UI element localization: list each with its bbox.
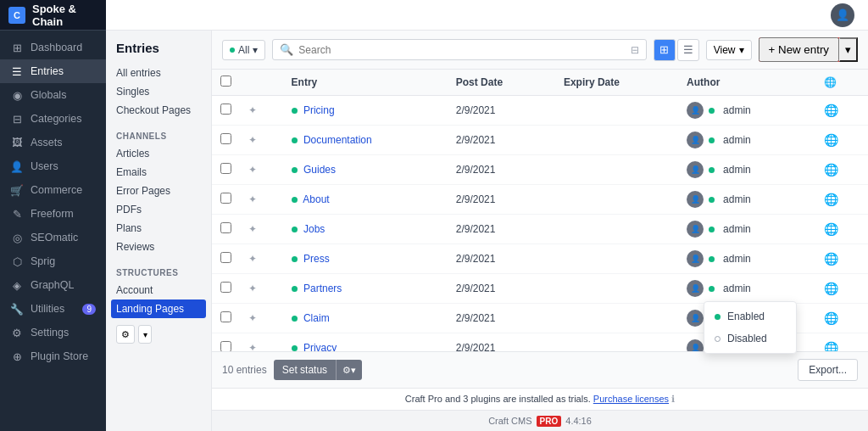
info-icon: ℹ <box>671 394 675 404</box>
drag-handle[interactable]: ✦ <box>248 312 257 324</box>
left-panel-link-reviews[interactable]: Reviews <box>106 238 211 256</box>
channels-section: CHANNELS Articles Emails Error Pages PDF… <box>106 128 211 256</box>
app-logo[interactable]: C Spoke & Chain <box>0 0 106 31</box>
drag-handle[interactable]: ✦ <box>248 104 257 116</box>
sidebar-item-graphql[interactable]: ◈ GraphQL <box>0 273 106 297</box>
globe-icon[interactable]: 🌐 <box>824 163 838 176</box>
chevron-down-button[interactable]: ▾ <box>138 325 152 344</box>
entry-link[interactable]: Pricing <box>303 104 335 116</box>
filter-all-button[interactable]: All ▾ <box>222 40 265 60</box>
sidebar-item-dashboard[interactable]: ⊞ Dashboard <box>0 36 106 59</box>
filter-funnel-icon[interactable]: ⊟ <box>631 44 639 56</box>
new-entry-arrow-button[interactable]: ▾ <box>839 37 858 62</box>
globe-icon[interactable]: 🌐 <box>824 252 838 266</box>
drag-handle[interactable]: ✦ <box>248 253 257 265</box>
status-disabled-option[interactable]: Disabled <box>704 327 796 350</box>
globe-icon[interactable]: 🌐 <box>824 104 838 117</box>
sidebar-item-categories[interactable]: ⊟ Categories <box>0 107 106 131</box>
globe-icon[interactable]: 🌐 <box>824 222 838 236</box>
sidebar-item-label: Globals <box>31 89 66 101</box>
left-panel-link-emails[interactable]: Emails <box>106 163 211 182</box>
globe-icon[interactable]: 🌐 <box>824 311 838 325</box>
sidebar-item-globals[interactable]: ◉ Globals <box>0 83 106 107</box>
grid-view-button[interactable]: ⊞ <box>654 39 676 61</box>
entry-link[interactable]: Jobs <box>303 223 325 235</box>
set-status-arrow-button[interactable]: ⚙▾ <box>336 360 362 380</box>
entry-link[interactable]: Guides <box>303 164 336 176</box>
trial-text: Craft Pro and 3 plugins are installed as… <box>405 394 591 404</box>
sidebar-item-label: Commerce <box>31 184 82 196</box>
set-status-button[interactable]: Set status <box>274 360 336 380</box>
sidebar-nav: ⊞ Dashboard ☰ Entries ◉ Globals ⊟ Catego… <box>0 31 106 431</box>
list-view-button[interactable]: ☰ <box>677 39 699 61</box>
select-all-checkbox[interactable] <box>220 76 231 87</box>
sidebar-item-settings[interactable]: ⚙ Settings <box>0 321 106 344</box>
new-entry-main-button[interactable]: + New entry <box>759 37 839 62</box>
globe-cell: 🌐 <box>815 126 868 155</box>
left-panel-link-error-pages[interactable]: Error Pages <box>106 182 211 200</box>
sidebar-item-commerce[interactable]: 🛒 Commerce <box>0 178 106 202</box>
left-panel-link-checkout-pages[interactable]: Checkout Pages <box>106 101 211 120</box>
status-enabled-option[interactable]: Enabled <box>704 305 796 327</box>
sidebar-item-utilities[interactable]: 🔧 Utilities 9 <box>0 297 106 321</box>
sidebar-item-label: Assets <box>31 137 63 148</box>
row-checkbox[interactable] <box>220 163 231 174</box>
left-panel-link-all-entries[interactable]: All entries <box>106 64 211 82</box>
drag-handle[interactable]: ✦ <box>248 134 257 146</box>
globe-icon[interactable]: 🌐 <box>824 341 838 351</box>
row-checkbox[interactable] <box>220 341 231 351</box>
row-checkbox[interactable] <box>220 193 231 204</box>
drag-handle[interactable]: ✦ <box>248 283 257 294</box>
entry-link[interactable]: Privacy <box>303 342 337 351</box>
pro-badge: PRO <box>537 416 562 427</box>
sidebar-item-entries[interactable]: ☰ Entries <box>0 59 106 83</box>
globe-icon[interactable]: 🌐 <box>824 282 838 295</box>
entry-link[interactable]: Documentation <box>303 134 372 146</box>
drag-handle[interactable]: ✦ <box>248 223 257 235</box>
drag-cell: ✦ <box>240 333 283 352</box>
globe-icon[interactable]: 🌐 <box>824 133 838 147</box>
sidebar-item-users[interactable]: 👤 Users <box>0 154 106 178</box>
drag-handle[interactable]: ✦ <box>248 193 257 205</box>
left-panel-link-plans[interactable]: Plans <box>106 219 211 238</box>
user-avatar[interactable]: 👤 <box>831 3 854 27</box>
sidebar-item-sprig[interactable]: ⬡ Sprig <box>0 249 106 273</box>
author-avatar: 👤 <box>687 161 704 178</box>
entry-link[interactable]: About <box>303 193 329 205</box>
drag-handle[interactable]: ✦ <box>248 342 257 351</box>
export-button[interactable]: Export... <box>798 359 858 381</box>
row-checkbox[interactable] <box>220 104 231 115</box>
left-panel-link-singles[interactable]: Singles <box>106 82 211 101</box>
sidebar-item-seomatic[interactable]: ◎ SEOmatic <box>0 226 106 249</box>
row-checkbox[interactable] <box>220 311 231 322</box>
sidebar-item-freeform[interactable]: ✎ Freeform <box>0 202 106 226</box>
purchase-link[interactable]: Purchase licenses <box>593 394 669 404</box>
globe-icon[interactable]: 🌐 <box>824 193 838 206</box>
sidebar-item-assets[interactable]: 🖼 Assets <box>0 131 106 154</box>
row-checkbox[interactable] <box>220 282 231 293</box>
entry-link[interactable]: Claim <box>303 312 330 324</box>
row-checkbox[interactable] <box>220 252 231 263</box>
view-select-button[interactable]: View ▾ <box>706 40 752 60</box>
entry-link[interactable]: Press <box>303 253 330 265</box>
table-row: ✦ Guides 2/9/2021 👤 admin 🌐 <box>212 155 868 185</box>
row-checkbox[interactable] <box>220 222 231 233</box>
channels-title: CHANNELS <box>106 128 211 144</box>
gear-button[interactable]: ⚙ <box>116 325 135 344</box>
left-panel-link-articles[interactable]: Articles <box>106 144 211 163</box>
sidebar-item-plugin-store[interactable]: ⊕ Plugin Store <box>0 344 106 368</box>
sidebar-item-label: Categories <box>31 113 81 125</box>
entry-link[interactable]: Partners <box>303 283 342 294</box>
row-checkbox[interactable] <box>220 133 231 144</box>
author-avatar: 👤 <box>687 339 704 351</box>
expiry-date-cell <box>555 155 678 185</box>
search-input[interactable] <box>298 44 625 56</box>
left-panel-link-pdfs[interactable]: PDFs <box>106 200 211 219</box>
left-panel-link-landing-pages[interactable]: Landing Pages <box>111 299 206 318</box>
left-panel-link-account[interactable]: Account <box>106 281 211 299</box>
author-cell: 👤 admin <box>678 126 815 155</box>
drag-handle[interactable]: ✦ <box>248 164 257 176</box>
author-name: admin <box>723 193 751 205</box>
entries-icon: ☰ <box>10 64 24 78</box>
drag-cell: ✦ <box>240 126 283 155</box>
